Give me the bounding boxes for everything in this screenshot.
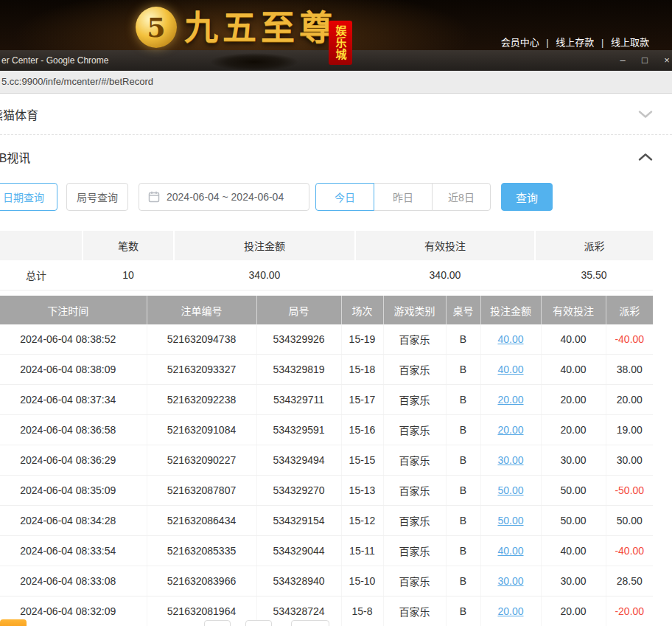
nav-online-withdraw[interactable]: 线上取款 xyxy=(611,37,649,48)
col-session: 场次 xyxy=(341,296,383,324)
bet-time: 2024-06-04 08:37:34 xyxy=(0,385,147,415)
round-no: 534329926 xyxy=(256,324,341,355)
bet-amount-link[interactable]: 20.00 xyxy=(480,415,541,445)
bet-table-body: 2024-06-04 08:38:52521632094738534329926… xyxy=(0,324,653,626)
round-query-button[interactable]: 局号查询 xyxy=(66,183,128,211)
bet-amount-link[interactable]: 40.00 xyxy=(480,324,541,355)
col-bet-id: 注单编号 xyxy=(147,296,256,324)
maximize-button[interactable]: □ xyxy=(634,50,656,71)
date-range-value: 2024-06-04 ~ 2024-06-04 xyxy=(167,191,284,203)
summary-header-payout: 派彩 xyxy=(535,231,653,260)
session-no: 15-13 xyxy=(341,476,383,506)
search-button[interactable]: 查询 xyxy=(501,183,553,211)
quick-last8days-button[interactable]: 近8日 xyxy=(432,183,491,211)
bet-amount-link[interactable]: 40.00 xyxy=(480,355,541,385)
screen: 会员中心 | 线上存款 | 线上取款 5 九五至尊 娱乐城 er Center … xyxy=(0,0,672,626)
logo-badge: 娱乐城 xyxy=(329,21,352,65)
logo-number: 5 xyxy=(147,12,165,43)
page-content: 熊猫体育 BB视讯 日期查询 局号查询 2024-06-04 ~ 2024-06… xyxy=(0,94,672,626)
nav-online-deposit[interactable]: 线上存款 xyxy=(556,37,594,48)
pagination-button[interactable] xyxy=(245,620,272,626)
session-no: 15-17 xyxy=(341,385,383,415)
bet-id: 521632094738 xyxy=(147,324,256,355)
payout: -20.00 xyxy=(606,597,653,626)
bet-id: 521632091084 xyxy=(147,415,256,445)
calendar-icon xyxy=(148,191,160,203)
summary-payout-value: 35.50 xyxy=(535,260,653,291)
valid-bet: 50.00 xyxy=(541,506,606,536)
bet-amount-link[interactable]: 50.00 xyxy=(480,506,541,536)
game-type: 百家乐 xyxy=(383,355,446,385)
bet-amount-link[interactable]: 20.00 xyxy=(480,597,541,626)
summary-bet-amount-value: 340.00 xyxy=(174,260,355,291)
logo-coin-icon: 5 xyxy=(136,7,177,48)
filter-bar: 日期查询 局号查询 2024-06-04 ~ 2024-06-04 今日 昨日 … xyxy=(0,182,672,212)
bet-amount-link[interactable]: 30.00 xyxy=(480,445,541,476)
bet-id: 521632093327 xyxy=(147,355,256,385)
round-no: 534329154 xyxy=(256,506,341,536)
bet-id: 521632086434 xyxy=(147,506,256,536)
bet-amount-link[interactable]: 20.00 xyxy=(480,385,541,415)
browser-addressbar[interactable]: 5.cc:9900/infe/mcenter/#/betRecord xyxy=(0,71,672,94)
floating-service-button[interactable] xyxy=(0,619,27,626)
quick-yesterday-button[interactable]: 昨日 xyxy=(374,183,433,211)
round-no: 534329270 xyxy=(256,476,341,506)
bet-amount-link[interactable]: 30.00 xyxy=(480,566,541,597)
bet-id: 521632087807 xyxy=(147,476,256,506)
bet-id: 521632081964 xyxy=(147,597,256,626)
game-type: 百家乐 xyxy=(383,445,446,476)
table-row: 2024-06-04 08:38:52521632094738534329926… xyxy=(0,324,653,355)
summary-header-row: 笔数 投注金额 有效投注 派彩 xyxy=(0,231,653,260)
table-no: B xyxy=(446,597,480,626)
payout: 28.50 xyxy=(606,566,653,597)
col-payout: 派彩 xyxy=(606,296,653,324)
date-range-input[interactable]: 2024-06-04 ~ 2024-06-04 xyxy=(139,183,309,211)
accordion-label: 熊猫体育 xyxy=(0,105,38,123)
accordion-label: BB视讯 xyxy=(0,148,30,166)
chevron-down-icon xyxy=(638,110,653,118)
session-no: 15-11 xyxy=(341,536,383,566)
summary-count-value: 10 xyxy=(83,260,174,291)
payout: -50.00 xyxy=(606,476,653,506)
valid-bet: 20.00 xyxy=(541,597,606,626)
accordion-panda-sports[interactable]: 熊猫体育 xyxy=(0,94,672,135)
pagination-button[interactable] xyxy=(204,620,231,626)
table-no: B xyxy=(446,506,480,536)
game-type: 百家乐 xyxy=(383,415,446,445)
close-button[interactable]: × xyxy=(656,50,672,71)
game-type: 百家乐 xyxy=(383,324,446,355)
payout: 38.00 xyxy=(606,355,653,385)
payout: -40.00 xyxy=(606,324,653,355)
minimize-button[interactable]: – xyxy=(612,50,634,71)
bet-id: 521632092238 xyxy=(147,385,256,415)
bet-amount-link[interactable]: 40.00 xyxy=(480,536,541,566)
pagination-select[interactable] xyxy=(291,620,329,626)
date-query-button[interactable]: 日期查询 xyxy=(0,183,57,211)
round-no: 534329591 xyxy=(256,415,341,445)
bet-table-header-row: 下注时间 注单编号 局号 场次 游戏类别 桌号 投注金额 有效投注 派彩 xyxy=(0,296,653,324)
game-type: 百家乐 xyxy=(383,597,446,626)
summary-header-bet-amount: 投注金额 xyxy=(174,231,355,260)
game-type: 百家乐 xyxy=(383,506,446,536)
chevron-up-icon xyxy=(638,153,653,161)
game-type: 百家乐 xyxy=(383,566,446,597)
payout: 50.00 xyxy=(606,506,653,536)
logo-shadow-decoration xyxy=(211,53,298,71)
quick-today-button[interactable]: 今日 xyxy=(315,183,374,211)
session-no: 15-15 xyxy=(341,445,383,476)
valid-bet: 20.00 xyxy=(541,415,606,445)
summary-table: 笔数 投注金额 有效投注 派彩 总计 10 340.00 340.00 35.5… xyxy=(0,231,653,291)
table-no: B xyxy=(446,445,480,476)
accordion-bb-video[interactable]: BB视讯 xyxy=(0,135,672,179)
valid-bet: 40.00 xyxy=(541,536,606,566)
bet-time: 2024-06-04 08:38:52 xyxy=(0,324,147,355)
table-row: 2024-06-04 08:33:54521632085335534329044… xyxy=(0,536,653,566)
quick-date-group: 今日 昨日 近8日 xyxy=(315,183,491,211)
bet-id: 521632085335 xyxy=(147,536,256,566)
nav-member-center[interactable]: 会员中心 xyxy=(501,37,539,48)
table-row: 2024-06-04 08:35:09521632087807534329270… xyxy=(0,476,653,506)
table-no: B xyxy=(446,476,480,506)
summary-total-row: 总计 10 340.00 340.00 35.50 xyxy=(0,260,653,291)
bet-amount-link[interactable]: 50.00 xyxy=(480,476,541,506)
url-text[interactable]: 5.cc:9900/infe/mcenter/#/betRecord xyxy=(1,71,153,93)
